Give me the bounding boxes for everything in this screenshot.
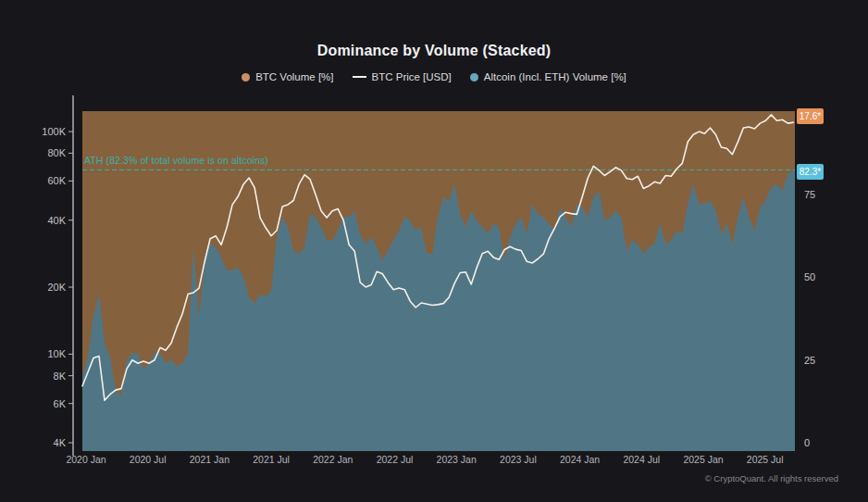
- left-axis-tick-label: 8K: [54, 370, 67, 382]
- left-axis-tick-label: 60K: [47, 175, 66, 186]
- x-axis-tick-label: 2021 Jul: [253, 454, 290, 465]
- x-axis-tick-label: 2024 Jul: [623, 454, 660, 465]
- x-axis-tick-label: 2023 Jan: [437, 454, 477, 465]
- left-axis-tick-label: 10K: [47, 348, 66, 359]
- btc-last-value-badge: 17.6*: [797, 108, 824, 124]
- x-axis-tick-label: 2025 Jan: [683, 454, 723, 465]
- left-axis-tick-label: 100K: [42, 126, 66, 137]
- alt-last-value-badge: 82.3*: [797, 164, 824, 180]
- ath-annotation: ATH (82.3% of total volume is on altcoin…: [84, 155, 268, 166]
- left-axis-tick-label: 40K: [47, 215, 66, 226]
- left-axis-tick-label: 80K: [47, 147, 66, 158]
- right-axis-tick-label: 50: [804, 271, 815, 282]
- x-axis-tick-label: 2025 Jul: [747, 454, 784, 465]
- right-axis-tick-label: 75: [804, 189, 815, 200]
- x-axis-tick-label: 2020 Jan: [66, 454, 105, 465]
- x-axis-tick-label: 2022 Jan: [313, 454, 353, 465]
- left-axis-tick-label: 4K: [54, 437, 67, 448]
- left-axis-tick-label: 6K: [54, 398, 67, 409]
- chart-plot[interactable]: 100K80K60K40K20K10K8K6K4K02550752020 Jan…: [0, 0, 868, 502]
- x-axis-tick-label: 2020 Jul: [130, 454, 167, 465]
- right-axis-tick-label: 0: [804, 437, 810, 448]
- x-axis-tick-label: 2023 Jul: [500, 454, 537, 465]
- x-axis-tick-label: 2024 Jan: [560, 454, 600, 465]
- right-axis-tick-label: 25: [804, 355, 815, 366]
- copyright: © CryptoQuant. All rights reserved: [705, 473, 838, 483]
- left-axis-tick-label: 20K: [47, 282, 66, 293]
- chart-panel: Dominance by Volume (Stacked) BTC Volume…: [0, 0, 868, 502]
- x-axis-tick-label: 2022 Jul: [377, 454, 414, 465]
- x-axis-tick-label: 2021 Jan: [190, 454, 229, 465]
